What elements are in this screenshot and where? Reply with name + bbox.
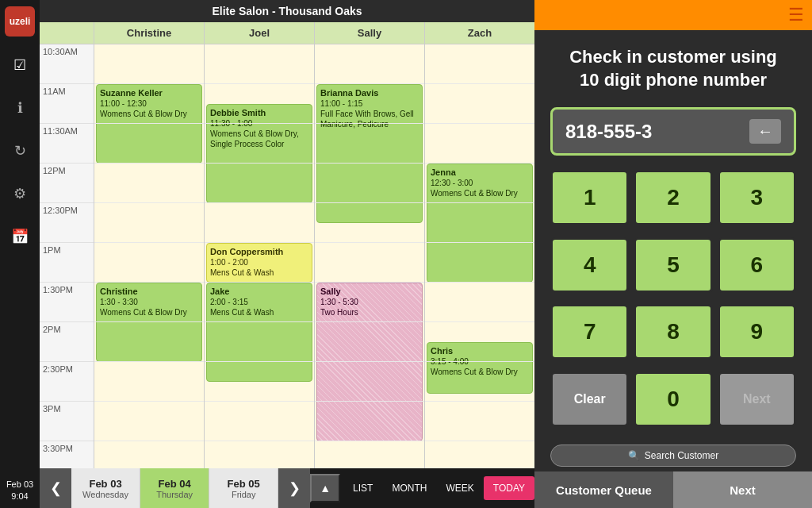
month-view-button[interactable]: MONTH [382,476,436,500]
next-main-button[interactable]: Next [673,471,812,508]
customer-queue-button[interactable]: Customer Queue [534,471,673,508]
key-6[interactable]: 6 [718,237,796,293]
bottom-nav: ❮ Feb 03 Wednesday Feb 04 Thursday Feb 0… [40,468,534,508]
staff-col-joel: Joel [204,22,314,44]
time-12pm: 12PM [40,164,94,203]
prev-arrow[interactable]: ❮ [40,468,71,508]
backspace-button[interactable]: ← [749,119,781,144]
search-customer-button[interactable]: 🔍 Search Customer [550,444,796,467]
week-view-button[interactable]: WEEK [436,476,483,500]
phone-display: 818-555-3 ← [550,107,796,156]
key-1[interactable]: 1 [550,170,629,225]
key-8[interactable]: 8 [634,304,712,360]
sidebar: uzeli ☑ ℹ ↻ ⚙ 📅 Feb 03 9:04 [0,0,40,508]
time-1230pm: 12:30PM [40,203,94,243]
phone-number: 818-555-3 [565,121,652,143]
appt-brianna-davis[interactable]: Brianna Davis 11:00 - 1:15 Full Face Wit… [316,84,423,223]
right-panel: ☰ Check in customer using10 digit phone … [534,0,812,508]
key-5[interactable]: 5 [634,237,712,293]
key-2[interactable]: 2 [634,170,712,225]
key-0[interactable]: 0 [634,371,712,427]
appt-sally[interactable]: Sally 1:30 - 5:30 Two Hours [316,283,423,441]
app-title: Elite Salon - Thousand Oaks [40,0,534,22]
sidebar-icon-settings[interactable]: ⚙ [6,179,34,208]
bottom-queue: Customer Queue Next [534,471,812,508]
app-logo: uzeli [5,6,35,37]
hamburger-icon[interactable]: ☰ [788,5,804,25]
staff-col-christine: Christine [94,22,204,44]
schedule-christine: Suzanne Keller 11:00 - 12:30 Womens Cut … [94,44,204,468]
sidebar-icon-info[interactable]: ℹ [6,94,34,122]
today-view-button[interactable]: TODAY [484,476,534,500]
next-button: Next [718,371,796,427]
right-header: ☰ [534,0,812,30]
time-11am: 11AM [40,84,94,124]
date-pill-feb05[interactable]: Feb 05 Friday [209,468,278,508]
staff-schedules: Suzanne Keller 11:00 - 12:30 Womens Cut … [94,44,534,468]
date-pill-feb03[interactable]: Feb 03 Wednesday [71,468,140,508]
checkin-title: Check in customer using10 digit phone nu… [534,30,812,99]
time-column: 10:30AM 11AM 11:30AM 12PM 12:30PM 1PM 1:… [40,44,94,468]
time-1130am: 11:30AM [40,124,94,164]
scroll-up-button[interactable]: ▲ [310,474,340,502]
staff-col-sally: Sally [314,22,424,44]
time-1030am: 10:30AM [40,44,94,84]
time-3pm: 3PM [40,402,94,441]
list-view-button[interactable]: LIST [343,476,382,500]
next-arrow[interactable]: ❯ [278,468,310,508]
appt-jake[interactable]: Jake 2:00 - 3:15 Mens Cut & Wash [206,283,312,382]
key-7[interactable]: 7 [550,304,629,360]
key-4[interactable]: 4 [550,237,629,293]
schedule-zach: Jenna 12:30 - 3:00 Womens Cut & Blow Dry… [424,44,534,468]
time-130pm: 1:30PM [40,283,94,322]
main-area: Elite Salon - Thousand Oaks Christine Jo… [40,0,534,508]
clear-button[interactable]: Clear [550,371,629,427]
sidebar-date: Feb 03 9:04 [6,479,33,502]
appt-don-coppersmith[interactable]: Don Coppersmith 1:00 - 2:00 Mens Cut & W… [206,243,312,283]
schedule-joel: Debbie Smith 11:30 - 1:00 Womens Cut & B… [204,44,314,468]
schedule-sally: Brianna Davis 11:00 - 1:15 Full Face Wit… [314,44,424,468]
date-pill-feb04[interactable]: Feb 04 Thursday [140,468,209,508]
appt-jenna[interactable]: Jenna 12:30 - 3:00 Womens Cut & Blow Dry [427,164,533,283]
appt-suzanne-keller[interactable]: Suzanne Keller 11:00 - 12:30 Womens Cut … [96,84,202,164]
time-330pm: 3:30PM [40,441,94,468]
sidebar-icon-calendar[interactable]: 📅 [6,222,34,251]
appt-debbie-smith[interactable]: Debbie Smith 11:30 - 1:00 Womens Cut & B… [206,104,312,203]
staff-col-zach: Zach [424,22,534,44]
appt-christine[interactable]: Christine 1:30 - 3:30 Womens Cut & Blow … [96,283,202,362]
time-2pm: 2PM [40,322,94,362]
view-buttons: ▲ LIST MONTH WEEK TODAY [310,468,534,508]
key-9[interactable]: 9 [718,304,796,360]
search-icon: 🔍 [628,450,640,461]
key-3[interactable]: 3 [718,170,796,225]
calendar-body[interactable]: 10:30AM 11AM 11:30AM 12PM 12:30PM 1PM 1:… [40,44,534,468]
time-230pm: 2:30PM [40,362,94,402]
time-1pm: 1PM [40,243,94,283]
sidebar-icon-refresh[interactable]: ↻ [6,137,34,165]
sidebar-icon-checkbox[interactable]: ☑ [6,51,34,79]
calendar-header: Christine Joel Sally Zach [40,22,534,44]
keypad: 1 2 3 4 5 6 7 8 9 Clear 0 Next [534,164,812,440]
appt-chris[interactable]: Chris 3:15 - 4:00 Womens Cut & Blow Dry [427,342,533,394]
